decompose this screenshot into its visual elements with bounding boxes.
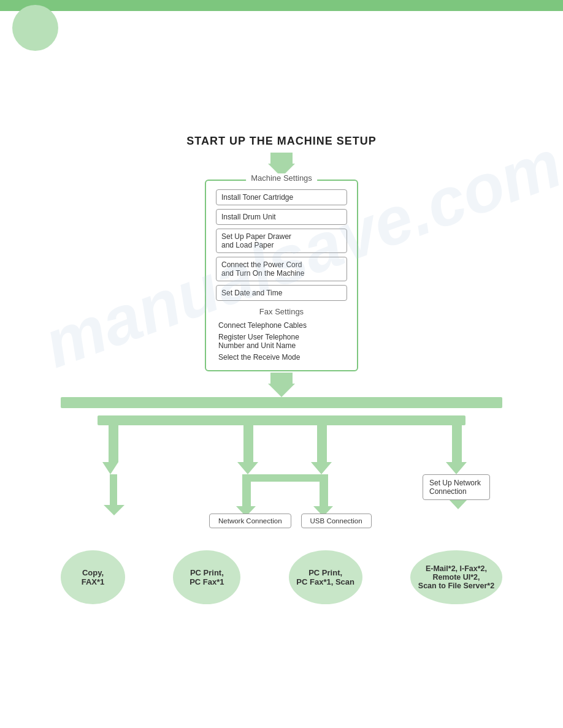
svg-rect-0 <box>98 415 465 425</box>
svg-rect-5 <box>317 425 327 462</box>
setup-network-box: Set Up Network Connection <box>423 474 490 500</box>
fax-settings-label: Fax Settings <box>216 307 347 316</box>
machine-settings-label: Machine Settings <box>246 173 317 183</box>
machine-item-2: Set Up Paper Drawer and Load Paper <box>216 229 347 253</box>
top-circle-decoration <box>12 5 58 51</box>
flow-arrow-head-1 <box>268 384 295 397</box>
title-arrow-shaft <box>270 153 293 164</box>
fax-item-1: Register User Telephone Number and Unit … <box>216 333 347 350</box>
flow-arrow-shaft-1 <box>270 373 293 384</box>
usb-connection-box: USB Connection <box>301 514 372 528</box>
connection-boxes: Network Connection USB Connection <box>209 514 372 528</box>
svg-rect-16 <box>110 474 117 505</box>
svg-rect-12 <box>320 482 328 506</box>
svg-rect-10 <box>242 482 251 506</box>
svg-marker-6 <box>311 462 332 474</box>
machine-item-4: Set Date and Time <box>216 285 347 301</box>
top-bar <box>0 0 563 11</box>
svg-marker-2 <box>102 462 118 474</box>
svg-marker-17 <box>104 505 124 515</box>
machine-settings-box: Machine Settings Install Toner Cartridge… <box>205 180 358 371</box>
oval-copy-fax: Copy, FAX*1 <box>61 550 125 604</box>
machine-item-3: Connect the Power Cord and Turn On the M… <box>216 257 347 281</box>
fax-item-2: Select the Receive Mode <box>216 353 347 362</box>
oval-email: E-Mail*2, I-Fax*2, Remote UI*2, Scan to … <box>410 550 502 604</box>
svg-marker-8 <box>446 462 467 474</box>
network-connection-box: Network Connection <box>209 514 291 528</box>
fax-item-0: Connect Telephone Cables <box>216 321 347 330</box>
oval-pc-print-network: PC Print, PC Fax*1 <box>173 550 240 604</box>
page: manualsave.com START UP THE MACHINE SETU… <box>0 0 563 728</box>
svg-rect-3 <box>243 425 253 462</box>
page-title: START UP THE MACHINE SETUP <box>0 135 563 148</box>
svg-rect-9 <box>242 474 328 482</box>
machine-item-1: Install Drum Unit <box>216 209 347 225</box>
machine-item-0: Install Toner Cartridge <box>216 189 347 205</box>
svg-rect-1 <box>109 425 118 462</box>
oval-pc-print-scan: PC Print, PC Fax*1, Scan <box>289 550 362 604</box>
svg-rect-7 <box>452 425 462 462</box>
svg-marker-4 <box>237 462 258 474</box>
svg-marker-15 <box>448 499 468 509</box>
